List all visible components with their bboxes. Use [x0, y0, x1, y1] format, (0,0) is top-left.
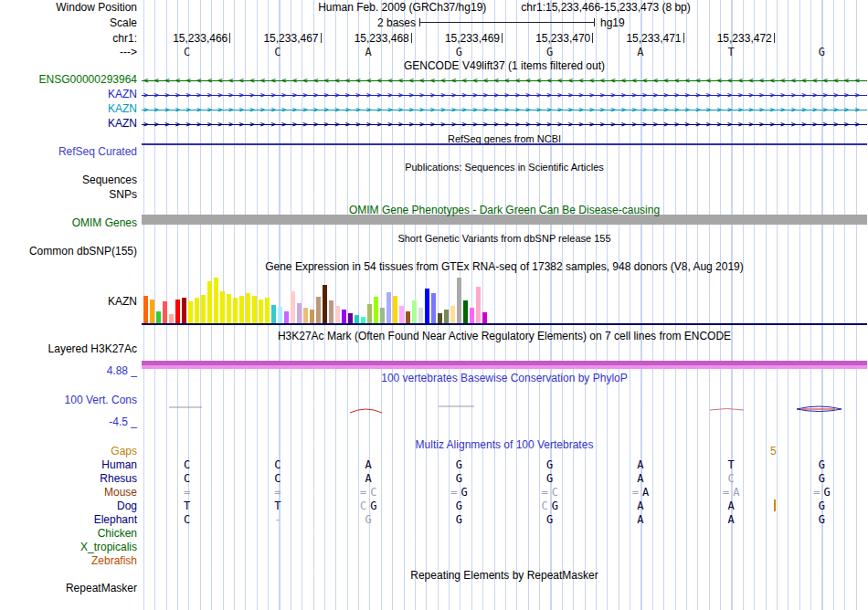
alignment-base: T [728, 458, 735, 471]
gtex-expression-bar[interactable] [406, 311, 410, 323]
coordinate-text: 15,233,468 [355, 32, 409, 45]
gtex-expression-bar[interactable] [150, 300, 154, 323]
alignment-base-cell: C [142, 514, 232, 526]
gtex-expression-bar[interactable] [233, 298, 238, 323]
alignment-base-cell: =G [777, 487, 867, 499]
gtex-expression-bar[interactable] [329, 300, 333, 323]
gtex-expression-bar[interactable] [425, 289, 429, 323]
gtex-expression-bar[interactable] [195, 298, 199, 323]
gene-track-row[interactable]: <<<<<<<<<<<<<<<<<<<<<<<<<<<<<<<<<<<<<<<<… [142, 75, 867, 87]
species-label-rhesus[interactable]: Rhesus [0, 473, 137, 485]
gtex-expression-bar[interactable] [355, 315, 359, 323]
gene-label-kazn-3[interactable]: KAZN [0, 118, 137, 130]
gene-track-row[interactable]: >>>>>>>>>>>>>>>>>>>>>>>>>>>>>>>>>>>>>>>>… [142, 119, 867, 131]
species-label-human[interactable]: Human [0, 459, 137, 471]
gtex-expression-bar[interactable] [438, 313, 442, 323]
gtex-expression-bar[interactable] [182, 298, 186, 323]
gtex-expression-bar[interactable] [246, 293, 250, 323]
track-label-gtex-kazn[interactable]: KAZN [0, 296, 137, 308]
gtex-expression-bar[interactable] [457, 278, 461, 323]
alignment-base: A [733, 486, 739, 499]
gene-label-ensg00000293964[interactable]: ENSG00000293964 [0, 74, 137, 86]
species-label-chicken[interactable]: Chicken [0, 528, 137, 540]
gtex-baseline [142, 323, 867, 325]
gtex-expression-bar[interactable] [418, 308, 423, 323]
gtex-expression-bar[interactable] [284, 311, 289, 323]
species-label-dog[interactable]: Dog [0, 500, 137, 512]
ruler-coordinate: 15,233,472 [686, 33, 775, 45]
species-label-elephant[interactable]: Elephant [0, 514, 137, 526]
gtex-expression-bar[interactable] [156, 311, 161, 323]
gtex-expression-bar[interactable] [361, 317, 365, 323]
alignment-base: = [274, 486, 281, 499]
genome-browser-image: Human Feb. 2009 (GRCh37/hg19)chr1:15,233… [0, 0, 868, 610]
gene-label-kazn-2[interactable]: KAZN [0, 103, 137, 115]
gtex-expression-bar[interactable] [482, 312, 487, 323]
gtex-expression-bar[interactable] [220, 291, 225, 323]
gtex-expression-bar[interactable] [297, 303, 302, 323]
gtex-expression-bar[interactable] [188, 301, 193, 323]
header-position-line: Human Feb. 2009 (GRCh37/hg19)chr1:15,233… [142, 2, 867, 14]
gtex-expression-bar[interactable] [431, 293, 436, 323]
gtex-expression-bar[interactable] [169, 314, 174, 323]
gtex-expression-bar[interactable] [239, 296, 244, 323]
gtex-expression-bar[interactable] [374, 297, 378, 323]
gtex-expression-bar[interactable] [463, 300, 468, 323]
gtex-expression-bar[interactable] [175, 300, 180, 323]
alignment-base-cell: =A [686, 487, 777, 499]
track-label-omim-genes[interactable]: OMIM Genes [0, 217, 137, 229]
gtex-expression-bar[interactable] [259, 300, 263, 323]
gtex-expression-bar[interactable] [470, 308, 474, 323]
track-label-sequences[interactable]: Sequences [0, 174, 137, 186]
gtex-expression-bar[interactable] [143, 296, 148, 323]
gtex-expression-bar[interactable] [291, 291, 295, 323]
gtex-expression-bar[interactable] [476, 287, 481, 323]
gtex-expression-bar[interactable] [393, 296, 397, 323]
gtex-expression-bar[interactable] [316, 297, 321, 323]
gtex-expression-bar[interactable] [342, 310, 346, 323]
gtex-expression-bar[interactable] [399, 306, 404, 323]
gene-track-row[interactable]: >>>>>>>>>>>>>>>>>>>>>>>>>>>>>>>>>>>>>>>>… [142, 89, 867, 101]
alignment-base: G [365, 513, 372, 526]
gtex-expression-bar[interactable] [412, 300, 417, 323]
gtex-expression-bar[interactable] [303, 308, 308, 323]
scale-value: 2 bases [279, 17, 416, 29]
gtex-expression-bar[interactable] [252, 296, 257, 323]
gtex-expression-bar[interactable] [214, 278, 218, 323]
gene-label-kazn-1[interactable]: KAZN [0, 89, 137, 100]
gtex-expression-bar[interactable] [380, 308, 385, 323]
track-label-snps[interactable]: SNPs [0, 189, 137, 201]
h3k27ac-signal-band-bottom[interactable] [142, 365, 867, 369]
ruler-base: A [595, 47, 685, 58]
gtex-expression-bar[interactable] [367, 304, 372, 323]
species-label-zebrafish[interactable]: Zebrafish [0, 555, 137, 567]
gtex-expression-bar[interactable] [335, 306, 340, 323]
alignment-base-cell: = [232, 487, 323, 499]
track-label-common-dbsnp[interactable]: Common dbSNP(155) [0, 246, 137, 258]
species-label-mouse[interactable]: Mouse [0, 487, 137, 499]
gtex-expression-bar[interactable] [278, 307, 282, 323]
gtex-expression-bar[interactable] [323, 285, 327, 323]
gtex-expression-bar[interactable] [163, 301, 167, 323]
gtex-expression-bar[interactable] [310, 310, 314, 323]
gtex-expression-bar[interactable] [444, 310, 449, 323]
gtex-expression-bar[interactable] [348, 313, 353, 323]
alignment-base-cell: C [232, 459, 323, 471]
gtex-expression-bar[interactable] [265, 298, 270, 323]
phylop-title: 100 vertebrates Basewise Conservation by… [142, 373, 867, 384]
alignment-base-cell: G [777, 514, 867, 526]
gtex-expression-bar[interactable] [386, 292, 391, 323]
track-label-100-vert-cons[interactable]: 100 Vert. Cons [0, 394, 137, 406]
gene-track-row[interactable]: >>>>>>>>>>>>>>>>>>>>>>>>>>>>>>>>>>>>>>>>… [142, 104, 867, 116]
gtex-expression-bar[interactable] [450, 306, 455, 323]
gtex-expression-bar[interactable] [207, 281, 212, 323]
alignment-base-cell: =C [504, 487, 595, 499]
gtex-expression-bar[interactable] [227, 294, 231, 323]
gtex-expression-bar[interactable] [201, 295, 206, 323]
track-label-refseq-curated[interactable]: RefSeq Curated [0, 146, 137, 158]
gtex-expression-bar[interactable] [271, 305, 276, 323]
track-label-repeatmasker[interactable]: RepeatMasker [0, 583, 137, 594]
species-label-gaps[interactable]: Gaps [0, 446, 137, 458]
track-label-layered-h3k27ac[interactable]: Layered H3K27Ac [0, 343, 137, 355]
species-label-x-tropicalis[interactable]: X_tropicalis [0, 542, 137, 553]
